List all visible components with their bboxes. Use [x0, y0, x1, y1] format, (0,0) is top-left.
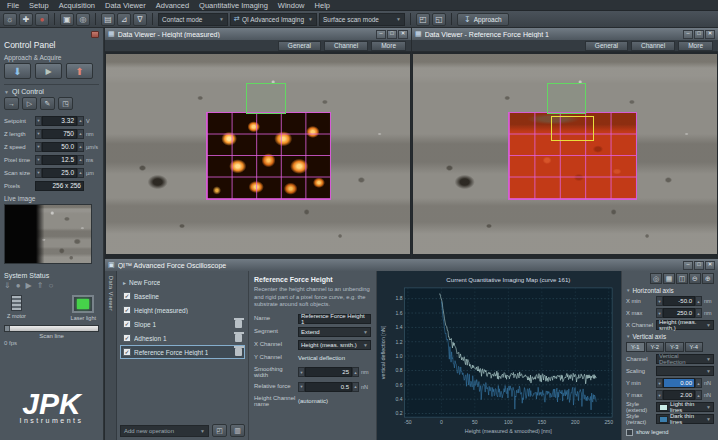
oscilloscope-side-tab[interactable]: Data Viewer [105, 271, 117, 440]
spin-up-button[interactable]: ▲ [352, 382, 359, 392]
move-probe-button[interactable]: → [4, 97, 19, 110]
viewer-tab-more[interactable]: More [371, 41, 406, 51]
scaling-select[interactable]: ▼ [656, 366, 714, 376]
minimize-button[interactable]: – [683, 261, 693, 270]
camera-button[interactable]: ▤ [101, 13, 115, 26]
minimize-button[interactable]: – [683, 30, 693, 39]
collapse-arrow-icon[interactable]: ▼ [626, 288, 630, 293]
run-segment-button[interactable]: ▷ [22, 97, 37, 110]
live-image-thumbnail[interactable] [4, 204, 92, 264]
name-input[interactable]: Reference Force Height 1 [298, 314, 371, 324]
zoom-in-button[interactable]: ⊕ [702, 273, 714, 284]
scan-line-progressbar[interactable] [4, 325, 99, 332]
mode-select-qi[interactable]: ⇄ QI Advanced Imaging ▼ [230, 13, 317, 26]
image-tool-button[interactable]: ▣ [60, 13, 74, 26]
operation-enabled-checkbox[interactable]: ✓ [123, 348, 131, 356]
spin-down-button[interactable]: ▼ [35, 168, 42, 178]
delete-operation-icon[interactable] [235, 320, 242, 328]
search-button[interactable]: ◎ [650, 273, 662, 284]
viewer-titlebar[interactable]: ▦ Data Viewer - Height (measured) –□✕ [105, 28, 411, 40]
menu-setup[interactable]: Setup [24, 0, 54, 11]
panels-button[interactable]: ◫ [676, 273, 688, 284]
add-operation-select[interactable]: Add new operation ▼ [120, 425, 209, 437]
y-min-input[interactable]: 0.00 [663, 378, 695, 388]
selected-cell-rectangle[interactable] [551, 116, 594, 141]
force-curve-chart[interactable]: 0.20.40.60.81.01.21.41.61.8-500501001502… [377, 271, 622, 440]
style-extend-select[interactable]: Light thin lines▼ [656, 402, 714, 412]
style-retract-select[interactable]: Dark thin lines▼ [656, 414, 714, 424]
panel-pin-button[interactable] [91, 31, 99, 38]
camera-view-button[interactable]: ◰ [416, 13, 430, 26]
retract-up-button[interactable]: ⬆ [66, 63, 93, 79]
operation-new-force[interactable]: ▸New Force [120, 275, 245, 289]
viewer-tab-general[interactable]: General [278, 41, 321, 51]
menu-data-viewer[interactable]: Data Viewer [100, 0, 151, 11]
spin-down-button[interactable]: ▼ [35, 155, 42, 165]
x-channel-axis-select[interactable]: Height (meas. smth.)▼ [656, 320, 714, 330]
menu-file[interactable]: File [2, 0, 24, 11]
spin-down-button[interactable]: ▼ [656, 308, 663, 318]
spin-up-button[interactable]: ▲ [77, 168, 84, 178]
scan-region-rectangle[interactable] [547, 83, 587, 114]
menu-window[interactable]: Window [273, 0, 310, 11]
zoom-fit-button[interactable]: ▦ [663, 273, 675, 284]
viewer-tab-general[interactable]: General [585, 41, 628, 51]
maximize-button[interactable]: □ [694, 261, 704, 270]
spin-up-button[interactable]: ▲ [77, 116, 84, 126]
x-max-input[interactable]: 250.0 [663, 308, 695, 318]
z-length-input[interactable]: 750 [42, 129, 77, 139]
spin-down-button[interactable]: ▼ [656, 390, 663, 400]
relative-force-input[interactable]: 0.5 [305, 382, 352, 392]
mode-select-contact[interactable]: Contact mode ▼ [158, 13, 228, 26]
run-button[interactable]: ▶ [35, 63, 62, 79]
setpoint-input[interactable]: 3.32 [42, 116, 77, 126]
spin-down-button[interactable]: ▼ [656, 296, 663, 306]
cantilever-button[interactable]: ⊿ [117, 13, 131, 26]
operation-enabled-checkbox[interactable]: ✓ [123, 334, 131, 342]
y-axis-tab-y-3[interactable]: Y-3 [665, 342, 684, 352]
collapse-arrow-icon[interactable]: ▼ [626, 334, 630, 339]
maximize-button[interactable]: □ [694, 30, 704, 39]
y-axis-tab-y-4[interactable]: Y-4 [685, 342, 704, 352]
zoom-out-button[interactable]: ⊖ [689, 273, 701, 284]
scan-size-input[interactable]: 25.0 [42, 168, 77, 178]
magnifier-button[interactable]: ◎ [76, 13, 90, 26]
record-dot-button[interactable]: ● [35, 13, 49, 26]
close-button[interactable]: ✕ [398, 30, 408, 39]
operation-enabled-checkbox[interactable]: ✓ [123, 320, 131, 328]
spin-down-button[interactable]: ▼ [298, 382, 305, 392]
menu-help[interactable]: Help [310, 0, 335, 11]
viewer-tab-channel[interactable]: Channel [324, 41, 368, 51]
operation-enabled-checkbox[interactable]: ✓ [123, 306, 131, 314]
operation-baseline[interactable]: ✓Baseline [120, 289, 245, 303]
maximize-button[interactable]: □ [387, 30, 397, 39]
pixels-input[interactable]: 256 x 256 [35, 181, 84, 191]
settings-gear-button[interactable]: ☼ [3, 13, 17, 26]
operation-slope-1[interactable]: ✓Slope 1 [120, 317, 245, 331]
stage-view-button[interactable]: ◱ [432, 13, 446, 26]
delete-operation-icon[interactable] [235, 348, 242, 356]
approach-down-button[interactable]: ⬇ [4, 63, 31, 79]
chart-button[interactable]: ▥ [230, 424, 245, 437]
scan-region-rectangle[interactable] [246, 83, 286, 114]
close-button[interactable]: ✕ [705, 261, 715, 270]
spin-up-button[interactable]: ▲ [77, 142, 84, 152]
export-window-button[interactable]: ◳ [58, 97, 73, 110]
spin-down-button[interactable]: ▼ [656, 378, 663, 388]
spin-up-button[interactable]: ▲ [352, 367, 359, 377]
pixel-time-input[interactable]: 12.5 [42, 155, 77, 165]
show-legend-checkbox[interactable] [626, 429, 633, 436]
delete-operation-icon[interactable] [235, 334, 242, 342]
cantilever-tip-button[interactable]: ∇ [133, 13, 147, 26]
spin-up-button[interactable]: ▲ [695, 378, 702, 388]
y-axis-tab-y-1[interactable]: Y-1 [626, 342, 645, 352]
viewer-canvas[interactable] [105, 52, 411, 258]
z-speed-input[interactable]: 50.0 [42, 142, 77, 152]
minimize-button[interactable]: – [376, 30, 386, 39]
collapse-arrow-icon[interactable]: ▼ [4, 89, 9, 95]
spin-up-button[interactable]: ▲ [695, 390, 702, 400]
mode-select-surface[interactable]: Surface scan mode ▼ [319, 13, 405, 26]
spin-down-button[interactable]: ▼ [35, 142, 42, 152]
spin-up-button[interactable]: ▲ [695, 308, 702, 318]
viewer-titlebar[interactable]: ▦ Data Viewer - Reference Force Height 1… [412, 28, 718, 40]
